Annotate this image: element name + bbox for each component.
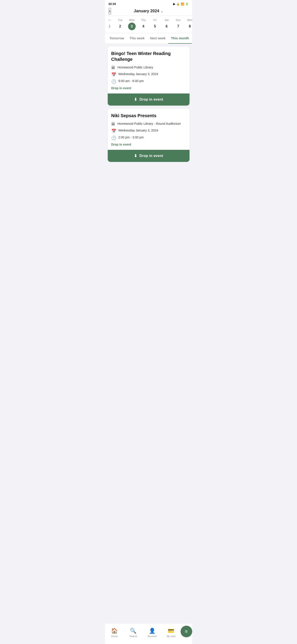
event-title-1: Bingo! Teen Winter Reading Challenge [111, 50, 186, 62]
cal-day-label-4: Thu [141, 18, 146, 22]
search-icon: 🔍 [130, 628, 137, 634]
event-time-text-2: 2:00 pm - 3:00 pm [118, 135, 144, 140]
cal-day-extra-1[interactable]: on 1 [105, 17, 114, 32]
account-icon: 👤 [149, 628, 156, 634]
event-card-1: Bingo! Teen Winter Reading Challenge 🏛 H… [108, 46, 190, 106]
event-body-1: Bingo! Teen Winter Reading Challenge 🏛 H… [108, 46, 190, 94]
chevron-down-icon: ⌄ [161, 10, 163, 13]
cal-day-label-7: Sun [176, 18, 181, 22]
cal-day-num-5: 5 [151, 22, 159, 30]
status-time: 22:33 [109, 2, 116, 6]
cal-day-label-extra: on [108, 18, 111, 22]
clock-icon-2: 🕐 [111, 136, 116, 140]
tab-this-week[interactable]: This week [127, 33, 147, 44]
cal-day-num-extra: 1 [106, 22, 113, 30]
download-icon-1: ⬇ [134, 97, 137, 102]
cal-day-4[interactable]: Thu 4 [138, 17, 149, 32]
cal-day-num-7: 7 [175, 22, 182, 30]
nav-account-label: Account [148, 635, 157, 638]
calendar-row: on 1 Tue 2 Wed 3 Thu 4 Fri 5 Sat 6 Sun 7… [105, 16, 192, 33]
cal-day-8[interactable]: Mon 8 [184, 17, 192, 32]
tab-this-month[interactable]: This month [168, 33, 192, 44]
drop-in-label-2: Drop in event [111, 143, 186, 146]
nav-search[interactable]: 🔍 Search [124, 628, 143, 638]
bottom-nav: 🏠 Home 🔍 Search 👤 Account 💳 My card ≡ [105, 623, 192, 644]
cal-day-num-4: 4 [140, 22, 147, 30]
menu-icon: ≡ [185, 628, 188, 634]
event-date-text-2: Wednesday January 3, 2024 [118, 128, 158, 133]
cal-day-num-3: 3 [128, 22, 136, 30]
filter-tabs: Tomorrow This week Next week This month [105, 33, 192, 44]
wifi-icon: 📶 [181, 2, 184, 6]
event-date-2: 📅 Wednesday January 3, 2024 [111, 128, 186, 134]
status-bar: 22:33 ▶ 🔒 📶 🔋 [105, 0, 192, 7]
cal-day-label-3: Wed [129, 18, 134, 22]
fab-button[interactable]: ≡ [181, 626, 192, 637]
month-title-text: January 2024 [134, 9, 159, 14]
event-time-text-1: 9:00 am - 6:00 pm [118, 79, 144, 84]
tab-next-week[interactable]: Next week [147, 33, 168, 44]
cal-day-2[interactable]: Tue 2 [114, 17, 126, 32]
cal-day-label-5: Fri [154, 18, 157, 22]
download-icon-2: ⬇ [134, 154, 137, 158]
home-icon: 🏠 [111, 628, 118, 634]
event-location-text-1: Homewood Public Library [118, 65, 153, 70]
nav-home[interactable]: 🏠 Home [105, 628, 124, 638]
cal-day-3[interactable]: Wed 3 [126, 17, 138, 32]
event-title-2: Niki Sepsas Presents [111, 113, 186, 118]
calendar-icon-2: 📅 [111, 128, 116, 134]
event-location-text-2: Homewood Public Library - Round Auditori… [118, 122, 181, 126]
building-icon-1: 🏛 [111, 66, 115, 70]
drop-in-button-1[interactable]: ⬇ Drop in event [108, 94, 190, 106]
event-card-2: Niki Sepsas Presents 🏛 Homewood Public L… [108, 109, 190, 162]
cal-day-5[interactable]: Fri 5 [149, 17, 161, 32]
back-button[interactable]: ‹ [109, 8, 111, 14]
cal-day-6[interactable]: Sat 6 [161, 17, 173, 32]
drop-in-button-2[interactable]: ⬇ Drop in event [108, 150, 190, 162]
cal-day-label-6: Sat [164, 18, 169, 22]
event-location-2: 🏛 Homewood Public Library - Round Audito… [111, 122, 186, 126]
nav-search-label: Search [129, 635, 137, 638]
tab-tomorrow[interactable]: Tomorrow [107, 33, 127, 44]
event-date-text-1: Wednesday January 3, 2024 [118, 72, 158, 76]
event-time-1: 🕐 9:00 am - 6:00 pm [111, 79, 186, 84]
content-area: Bingo! Teen Winter Reading Challenge 🏛 H… [105, 44, 192, 184]
card-icon: 💳 [168, 628, 174, 634]
event-date-1: 📅 Wednesday January 3, 2024 [111, 72, 186, 77]
nav-account[interactable]: 👤 Account [143, 628, 162, 638]
clock-icon-1: 🕐 [111, 79, 116, 84]
cast-icon: ▶ [173, 2, 175, 6]
battery-icon: 🔋 [185, 2, 189, 6]
lock-icon: 🔒 [176, 2, 180, 6]
event-time-2: 🕐 2:00 pm - 3:00 pm [111, 135, 186, 140]
cal-day-label-8: Mon [187, 18, 192, 22]
calendar-icon-1: 📅 [111, 72, 116, 77]
drop-in-button-text-2: Drop in event [139, 154, 163, 158]
status-icons: ▶ 🔒 📶 🔋 [173, 2, 189, 6]
cal-day-7[interactable]: Sun 7 [173, 17, 184, 32]
drop-in-label-1: Drop in event [111, 86, 186, 90]
top-bar: ‹ January 2024 ⌄ [105, 7, 192, 16]
cal-day-num-6: 6 [163, 22, 171, 30]
nav-mycard-label: My card [167, 635, 175, 638]
nav-home-label: Home [111, 635, 118, 638]
month-title-container[interactable]: January 2024 ⌄ [134, 9, 163, 14]
building-icon-2: 🏛 [111, 122, 115, 126]
drop-in-button-text-1: Drop in event [139, 98, 163, 102]
cal-day-num-2: 2 [116, 22, 124, 30]
nav-mycard[interactable]: 💳 My card [162, 628, 181, 638]
cal-day-num-8: 8 [186, 22, 192, 30]
event-body-2: Niki Sepsas Presents 🏛 Homewood Public L… [108, 109, 190, 150]
event-location-1: 🏛 Homewood Public Library [111, 65, 186, 70]
cal-day-label-2: Tue [118, 18, 122, 22]
